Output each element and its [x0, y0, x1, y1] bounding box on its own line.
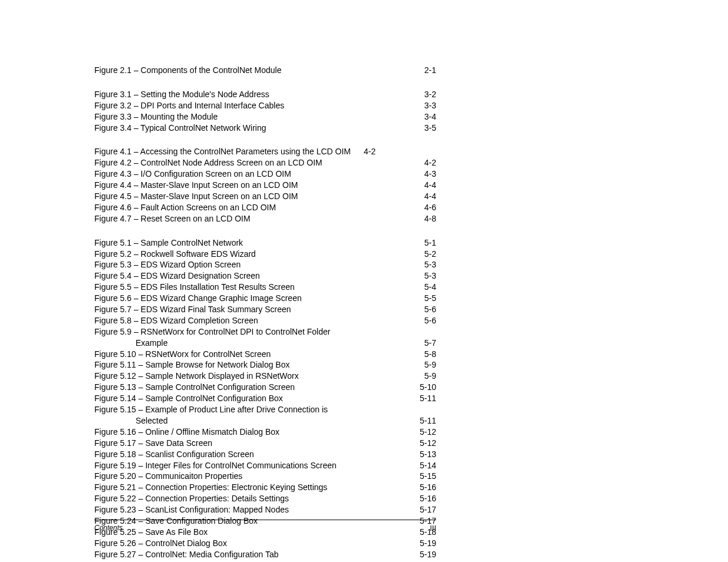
- figure-page: 5-13: [420, 449, 436, 460]
- figure-entry: Figure 4.2 – ControlNet Node Address Scr…: [94, 157, 436, 168]
- figure-page: 5-19: [420, 538, 436, 549]
- figure-entry: Figure 5.26 – ControlNet Dialog Box 5-19: [94, 538, 436, 549]
- figures-section: Figure 2.1 – Components of the ControlNe…: [94, 65, 436, 76]
- figure-label: Figure 5.22 – Connection Properties: Det…: [94, 493, 289, 504]
- figure-entry: Figure 4.4 – Master-Slave Input Screen o…: [94, 180, 436, 191]
- figure-label: Figure 4.2 – ControlNet Node Address Scr…: [94, 157, 322, 168]
- figure-entry: Figure 5.1 – Sample ControlNet Network 5…: [94, 237, 436, 249]
- figure-page: 5-15: [420, 471, 436, 482]
- footer-section-label: Contents: [94, 524, 123, 533]
- figure-label: Figure 4.1 – Accessing the ControlNet Pa…: [94, 146, 351, 157]
- figure-page: 4-8: [424, 213, 436, 224]
- figure-label: Figure 5.18 – Scanlist Configuration Scr…: [94, 449, 254, 460]
- figure-entry: Figure 5.28 – ControlNet: General Tab 5-…: [94, 560, 436, 562]
- figure-page: 4-2: [364, 146, 375, 157]
- figure-label: Figure 5.4 – EDS Wizard Designation Scre…: [94, 270, 260, 282]
- footer-page-number: III: [430, 524, 436, 533]
- figure-page: 5-3: [424, 270, 436, 282]
- figure-entry: Figure 5.2 – Rockwell Software EDS Wizar…: [94, 249, 436, 260]
- figure-entry: Figure 4.1 – Accessing the ControlNet Pa…: [94, 146, 436, 157]
- figures-section: Figure 5.1 – Sample ControlNet Network 5…: [94, 237, 436, 562]
- figure-label: Figure 5.15 – Example of Product Line af…: [94, 404, 328, 415]
- figure-entry: Figure 5.3 – EDS Wizard Option Screen 5-…: [94, 259, 436, 270]
- figure-page: 5-14: [420, 460, 436, 471]
- figure-entry: Figure 5.5 – EDS Files Installation Test…: [94, 282, 436, 293]
- figure-entry: Figure 5.23 – ScanList Configuration: Ma…: [94, 504, 436, 515]
- figure-page: 5-9: [424, 371, 436, 382]
- figure-page: 5-17: [420, 504, 436, 515]
- figure-label: Figure 5.6 – EDS Wizard Change Graphic I…: [94, 293, 302, 304]
- figure-label: Figure 5.12 – Sample Network Displayed i…: [94, 371, 299, 382]
- figures-list: Figure 2.1 – Components of the ControlNe…: [94, 65, 436, 562]
- figure-entry: Figure 5.22 – Connection Properties: Det…: [94, 493, 436, 504]
- figure-entry: Figure 5.21 – Connection Properties: Ele…: [94, 482, 436, 493]
- figure-page: 5-16: [420, 482, 436, 493]
- figure-label: Figure 5.10 – RSNetWorx for ControlNet S…: [94, 349, 271, 360]
- figure-entry: Figure 5.16 – Online / Offline Mismatch …: [94, 427, 436, 438]
- figure-label: Figure 3.3 – Mounting the Module: [94, 111, 218, 123]
- figure-entry: Figure 5.27 – ControlNet: Media Configur…: [94, 549, 436, 560]
- figure-entry: Figure 3.3 – Mounting the Module 3-4: [94, 111, 436, 123]
- figure-label: Figure 3.1 – Setting the Module's Node A…: [94, 89, 269, 100]
- figure-page: 4-2: [424, 157, 436, 168]
- figure-label: Figure 3.4 – Typical ControlNet Network …: [94, 123, 266, 134]
- figure-page: 3-5: [424, 123, 436, 134]
- figure-entry: Figure 4.3 – I/O Configuration Screen on…: [94, 168, 436, 180]
- figure-entry: Figure 4.7 – Reset Screen on an LCD OIM …: [94, 213, 436, 224]
- figure-label: Figure 5.28 – ControlNet: General Tab: [94, 560, 234, 562]
- figure-entry: Figure 5.8 – EDS Wizard Completion Scree…: [94, 315, 436, 326]
- figures-section: Figure 3.1 – Setting the Module's Node A…: [94, 89, 436, 134]
- figure-page: 5-3: [424, 259, 436, 270]
- figure-page: 5-16: [420, 493, 436, 504]
- figure-page: 5-11: [420, 393, 436, 404]
- figure-label: Example: [136, 338, 167, 349]
- figure-entry: Figure 5.6 – EDS Wizard Change Graphic I…: [94, 293, 436, 304]
- figure-entry: Figure 3.1 – Setting the Module's Node A…: [94, 89, 436, 100]
- figure-entry: Figure 5.11 – Sample Browse for Network …: [94, 359, 436, 371]
- figure-entry: Figure 2.1 – Components of the ControlNe…: [94, 65, 436, 76]
- figure-entry: Figure 5.18 – Scanlist Configuration Scr…: [94, 449, 436, 460]
- figure-label: Figure 5.21 – Connection Properties: Ele…: [94, 482, 327, 493]
- figure-page: 3-4: [424, 111, 436, 123]
- figure-page: 5-19: [420, 549, 436, 560]
- figure-page: 3-2: [424, 89, 436, 100]
- figure-entry: Figure 4.5 – Master-Slave Input Screen o…: [94, 191, 436, 202]
- figure-label: Figure 4.3 – I/O Configuration Screen on…: [94, 168, 291, 180]
- figure-entry: Figure 4.6 – Fault Action Screens on an …: [94, 202, 436, 213]
- figure-entry: Example 5-7: [94, 338, 436, 349]
- figure-label: Figure 4.5 – Master-Slave Input Screen o…: [94, 191, 298, 202]
- figure-label: Figure 5.27 – ControlNet: Media Configur…: [94, 549, 279, 560]
- figure-page: 4-6: [424, 202, 436, 213]
- figure-page: 5-1: [424, 237, 436, 249]
- figure-page: 5-4: [424, 282, 436, 293]
- footer-row: Contents III: [94, 524, 436, 533]
- figure-label: Figure 4.4 – Master-Slave Input Screen o…: [94, 180, 298, 191]
- figure-label: Figure 5.17 – Save Data Screen: [94, 438, 212, 449]
- figure-label: Selected: [136, 415, 167, 427]
- figure-entry: Figure 5.13 – Sample ControlNet Configur…: [94, 382, 436, 393]
- figure-entry: Figure 5.9 – RSNetWorx for ControlNet DP…: [94, 326, 436, 338]
- footer-rule: [94, 520, 436, 520]
- figure-label: Figure 5.23 – ScanList Configuration: Ma…: [94, 504, 289, 515]
- figure-entry: Figure 5.4 – EDS Wizard Designation Scre…: [94, 270, 436, 282]
- figure-entry: Figure 5.12 – Sample Network Displayed i…: [94, 371, 436, 382]
- figure-label: Figure 5.9 – RSNetWorx for ControlNet DP…: [94, 326, 330, 338]
- figure-page: 2-1: [424, 65, 436, 76]
- figure-entry: Selected 5-11: [94, 415, 436, 427]
- figure-label: Figure 5.8 – EDS Wizard Completion Scree…: [94, 315, 258, 326]
- figure-label: Figure 5.3 – EDS Wizard Option Screen: [94, 259, 241, 270]
- figure-page: 5-6: [424, 315, 436, 326]
- figure-page: 5-12: [420, 438, 436, 449]
- figure-page: 4-3: [424, 168, 436, 180]
- figure-label: Figure 5.20 – Communicaiton Properties: [94, 471, 242, 482]
- figure-entry: Figure 5.14 – Sample ControlNet Configur…: [94, 393, 436, 404]
- figure-entry: Figure 5.7 – EDS Wizard Final Task Summa…: [94, 304, 436, 315]
- figure-label: Figure 4.7 – Reset Screen on an LCD OIM: [94, 213, 251, 224]
- figure-label: Figure 5.7 – EDS Wizard Final Task Summa…: [94, 304, 291, 315]
- figure-label: Figure 5.16 – Online / Offline Mismatch …: [94, 427, 279, 438]
- figure-page: 5-11: [420, 415, 436, 427]
- figure-label: Figure 5.5 – EDS Files Installation Test…: [94, 282, 295, 293]
- figure-entry: Figure 5.10 – RSNetWorx for ControlNet S…: [94, 349, 436, 360]
- figure-page: 5-12: [420, 427, 436, 438]
- figure-page: 5-2: [424, 249, 436, 260]
